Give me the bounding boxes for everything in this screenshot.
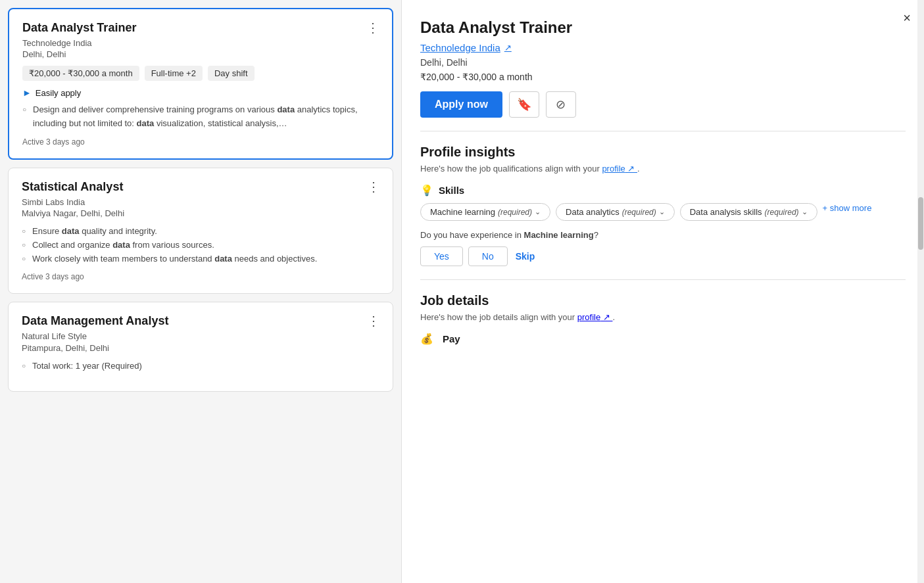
card-title-1: Data Analyst Trainer: [22, 21, 379, 35]
detail-job-title: Data Analyst Trainer: [420, 18, 906, 37]
job-list-panel: ⋮ Data Analyst Trainer Technoledge India…: [0, 0, 401, 583]
card-title-2: Statistical Analyst: [22, 180, 379, 194]
card-title-3: Data Management Analyst: [22, 314, 379, 328]
card-company-2: Simbi Labs India: [22, 197, 379, 208]
card-location-3: Pitampura, Delhi, Delhi: [22, 343, 379, 353]
card-bullet-3-0: Total work: 1 year (Required): [22, 360, 379, 373]
card-bullet-2-2: Work closely with team members to unders…: [22, 252, 379, 266]
exp-q-text: Do you have experience in: [420, 230, 522, 240]
profile-insights-subtitle: Here's how the job qualifications align …: [420, 164, 906, 174]
card-company-3: Natural Life Style: [22, 331, 379, 342]
skill-das-required: (required): [765, 208, 799, 217]
apply-arrow-icon: ►: [22, 87, 32, 98]
job-details-link-text: profile: [577, 312, 600, 322]
scrollbar-track[interactable]: [917, 0, 924, 583]
skill-tag-ml[interactable]: Machine learning (required) ⌄: [420, 203, 550, 221]
close-button[interactable]: ×: [903, 11, 911, 26]
skill-tags-container: Machine learning (required) ⌄ Data analy…: [420, 203, 906, 221]
divider-1: [420, 131, 906, 131]
card-bullet-1-0: Design and deliver comprehensive trainin…: [22, 103, 379, 131]
yn-buttons-container: Yes No Skip: [420, 246, 906, 266]
profile-insights-section: Profile insights Here's how the job qual…: [420, 145, 906, 266]
exp-q-mark: ?: [594, 230, 598, 240]
skill-da-chevron: ⌄: [659, 208, 665, 216]
card-tags-1: ₹20,000 - ₹30,000 a month Full-time +2 D…: [22, 66, 379, 81]
profile-insights-subtitle-text: Here's how the job qualifications align …: [420, 164, 600, 174]
external-link-icon: ↗: [504, 43, 512, 53]
job-detail-panel: × Data Analyst Trainer Technoledge India…: [401, 0, 924, 583]
skill-ml-required: (required): [498, 208, 532, 217]
pay-icon: 💰: [420, 333, 433, 345]
skip-button[interactable]: Skip: [513, 246, 538, 266]
easily-apply-label: Easily apply: [36, 88, 81, 98]
yes-button[interactable]: Yes: [420, 246, 463, 266]
bookmark-button[interactable]: 🔖: [509, 91, 539, 118]
job-details-subtitle: Here's how the job details align with yo…: [420, 312, 906, 322]
pay-row: 💰 Pay: [420, 333, 906, 345]
card-active-2: Active 3 days ago: [22, 272, 379, 281]
skill-da-required: (required): [622, 208, 656, 217]
skill-tag-das[interactable]: Data analysis skills (required) ⌄: [680, 203, 817, 221]
skills-bulb-icon: 💡: [420, 184, 433, 197]
card-bullet-2-0: Ensure data quality and integrity.: [22, 225, 379, 239]
job-details-subtitle-text: Here's how the job details align with yo…: [420, 312, 575, 322]
profile-link-text: profile: [602, 164, 625, 174]
detail-company-name: Technoledge India: [420, 42, 500, 53]
apply-now-button[interactable]: Apply now: [420, 91, 502, 118]
skills-header: 💡 Skills: [420, 184, 906, 197]
card-company-1: Technoledge India: [22, 37, 379, 49]
profile-insights-title: Profile insights: [420, 145, 906, 160]
job-details-title: Job details: [420, 293, 906, 308]
detail-salary: ₹20,000 - ₹30,000 a month: [420, 72, 906, 82]
skill-das-chevron: ⌄: [802, 208, 808, 216]
card-menu-3[interactable]: ⋮: [367, 314, 381, 327]
skill-ml-chevron: ⌄: [535, 208, 541, 216]
exp-q-bold: Machine learning: [524, 230, 594, 240]
card-bullets-1: Design and deliver comprehensive trainin…: [22, 103, 379, 131]
card-active-1: Active 3 days ago: [22, 137, 379, 147]
job-card-2[interactable]: ⋮ Statistical Analyst Simbi Labs India M…: [8, 168, 393, 294]
card-menu-2[interactable]: ⋮: [367, 180, 381, 193]
detail-location: Delhi, Delhi: [420, 57, 906, 68]
skills-label: Skills: [439, 185, 464, 196]
job-card-1[interactable]: ⋮ Data Analyst Trainer Technoledge India…: [8, 8, 393, 160]
tag-type-1: Full-time +2: [145, 66, 203, 81]
job-details-profile-link[interactable]: profile ↗: [577, 312, 613, 322]
bookmark-icon: 🔖: [517, 97, 531, 112]
skills-section: 💡 Skills Machine learning (required) ⌄ D…: [420, 184, 906, 266]
no-button[interactable]: No: [468, 246, 508, 266]
block-icon: ⊘: [556, 97, 566, 112]
tag-shift-1: Day shift: [208, 66, 255, 81]
card-location-2: Malviya Nagar, Delhi, Delhi: [22, 208, 379, 218]
skill-ml-label: Machine learning: [430, 207, 495, 217]
detail-company[interactable]: Technoledge India ↗: [420, 42, 906, 53]
show-more-link[interactable]: + show more: [823, 203, 872, 221]
skill-das-label: Data analysis skills: [690, 207, 762, 217]
job-card-3[interactable]: ⋮ Data Management Analyst Natural Life S…: [8, 302, 393, 392]
experience-question: Do you have experience in Machine learni…: [420, 230, 906, 240]
card-location-1: Delhi, Delhi: [22, 49, 379, 59]
tag-salary-1: ₹20,000 - ₹30,000 a month: [22, 66, 139, 81]
easily-apply-1: ► Easily apply: [22, 87, 379, 98]
scrollbar-thumb[interactable]: [918, 197, 923, 250]
card-menu-1[interactable]: ⋮: [366, 21, 380, 34]
block-button[interactable]: ⊘: [546, 91, 576, 118]
card-bullets-3: Total work: 1 year (Required): [22, 360, 379, 373]
action-buttons: Apply now 🔖 ⊘: [420, 91, 906, 118]
divider-2: [420, 279, 906, 280]
pay-label: Pay: [443, 333, 460, 344]
job-details-section: Job details Here's how the job details a…: [420, 293, 906, 345]
skill-da-label: Data analytics: [566, 207, 620, 217]
profile-insights-profile-link[interactable]: profile ↗: [602, 164, 637, 174]
card-bullets-2: Ensure data quality and integrity. Colle…: [22, 225, 379, 266]
skill-tag-da[interactable]: Data analytics (required) ⌄: [556, 203, 675, 221]
card-bullet-2-1: Collect and organize data from various s…: [22, 239, 379, 252]
